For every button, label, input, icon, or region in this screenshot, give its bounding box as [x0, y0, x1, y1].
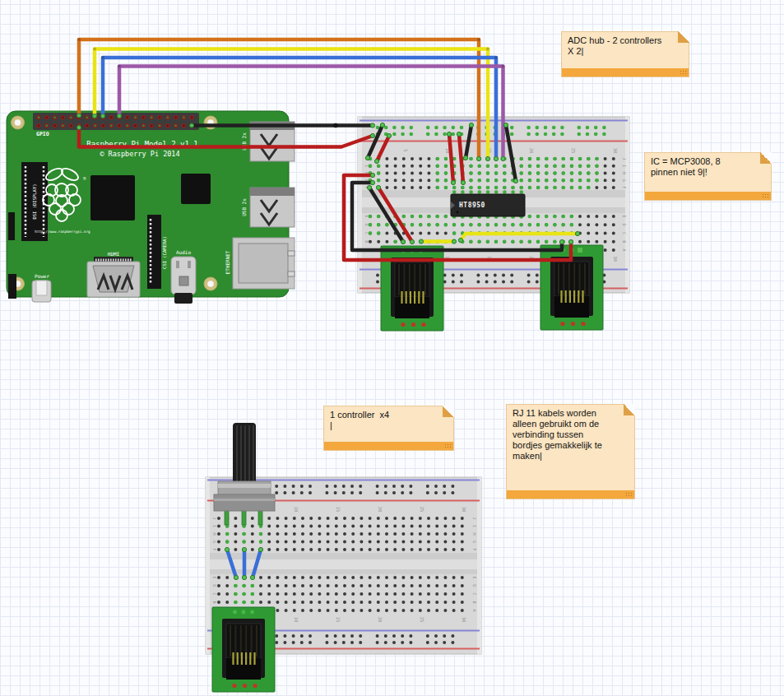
usb-label: USB 2x — [241, 198, 247, 216]
note-text[interactable]: ADC hub - 2 controllers X 2| — [562, 32, 689, 58]
row-label: F — [472, 548, 477, 550]
pot-body-highlight — [218, 484, 271, 488]
mounting-hole-center — [15, 119, 21, 126]
audio-pin — [176, 261, 179, 268]
sticky-note-rj11[interactable]: RJ 11 kabels worden alleen gebruikt om d… — [506, 404, 635, 499]
row-label: E — [212, 576, 217, 578]
row-label: I — [472, 525, 477, 527]
row-label: H — [472, 532, 477, 535]
column-label: 30 — [613, 256, 618, 262]
row-label: B — [364, 240, 369, 243]
rj11-module-3[interactable] — [212, 607, 275, 692]
wire-bead — [333, 123, 338, 128]
diagram-scene: GPIO Raspberry Pi Model 2 v1.1 © Raspber… — [0, 0, 784, 696]
column-label: 5 — [403, 149, 408, 151]
soc-chip — [90, 175, 135, 220]
resize-grip-icon[interactable] — [680, 70, 687, 75]
column-label: 20 — [529, 148, 534, 154]
row-label: I — [364, 165, 369, 167]
row-label: B — [472, 601, 477, 603]
note-title-bar[interactable] — [324, 442, 453, 450]
breadboard-edge — [206, 477, 210, 654]
power-inner — [36, 281, 47, 295]
note-title-bar[interactable] — [507, 490, 634, 499]
sticky-note-adc-hub[interactable]: ADC hub - 2 controllers X 2| — [561, 31, 689, 77]
pi-url-label: http://www.raspberrypi.org — [35, 230, 90, 234]
note-fold-icon — [443, 406, 454, 417]
column-label: 30 — [613, 148, 618, 154]
rj11-solder-pad — [578, 248, 582, 253]
raspberry-pi-board[interactable]: GPIO Raspberry Pi Model 2 v1.1 © Raspber… — [7, 111, 295, 304]
mounting-hole-center — [207, 281, 214, 287]
column-label: 30 — [462, 507, 466, 513]
note-fold-icon — [678, 31, 689, 43]
note-text[interactable]: RJ 11 kabels worden alleen gebruikt om d… — [507, 405, 634, 463]
row-label: H — [622, 172, 627, 174]
row-label: B — [212, 601, 217, 603]
hdmi-label: HDMI — [108, 251, 120, 257]
usb-port-top — [250, 188, 295, 196]
row-label: G — [622, 179, 627, 182]
memory-chip — [181, 174, 211, 204]
ic-chip[interactable]: HT8950 — [451, 193, 525, 217]
note-title-bar[interactable] — [645, 192, 771, 200]
column-label: 30 — [462, 617, 466, 623]
column-label: 15 — [336, 617, 341, 623]
dsi-label: DSI (DISPLAY) — [32, 183, 37, 219]
row-label: C — [472, 592, 477, 595]
column-label: 20 — [378, 507, 383, 513]
gpio-label: GPIO — [36, 131, 49, 137]
note-fold-icon — [624, 404, 635, 415]
pi-copyright-label: © Raspberry Pi 2014 — [100, 150, 179, 158]
resize-grip-icon[interactable] — [625, 492, 633, 497]
edge-component — [8, 212, 15, 240]
column-label: 20 — [378, 617, 383, 623]
row-label: I — [622, 165, 627, 167]
column-label: 25 — [420, 507, 424, 513]
ethernet-clip — [288, 251, 295, 256]
sticky-note-controller[interactable]: 1 controller x4 | — [323, 406, 454, 451]
registered-mark: ® — [83, 175, 86, 181]
ethernet-inner — [239, 244, 288, 283]
row-label: E — [364, 215, 369, 217]
note-text[interactable]: IC = MCP3008, 8 pinnen niet 9|! — [645, 153, 771, 179]
row-label: A — [622, 248, 627, 251]
audio-jack — [171, 257, 196, 295]
row-label: E — [472, 576, 477, 578]
center-gap-inner — [210, 559, 477, 569]
row-label: C — [622, 232, 627, 234]
row-label: J — [472, 517, 477, 519]
row-label: D — [472, 584, 477, 587]
potentiometer[interactable] — [214, 423, 275, 525]
column-label: 25 — [571, 148, 576, 154]
breadboard-edge — [358, 117, 362, 293]
row-label: F — [212, 548, 217, 550]
csi-label: CSI (CAMERA) — [162, 236, 167, 269]
ic-pin1-dot — [457, 211, 459, 214]
edge-component — [8, 274, 16, 299]
fritzing-canvas[interactable]: GPIO Raspberry Pi Model 2 v1.1 © Raspber… — [0, 0, 784, 696]
row-label: D — [212, 584, 217, 587]
row-label: F — [622, 186, 627, 188]
note-title-bar[interactable] — [562, 68, 689, 77]
column-label: 15 — [336, 507, 341, 513]
breadboard-edge — [625, 117, 629, 293]
ethernet-clip — [288, 271, 295, 276]
row-label: J — [212, 517, 217, 519]
column-label: 10 — [294, 507, 299, 513]
row-label: H — [212, 532, 217, 535]
column-label: 10 — [294, 617, 299, 623]
pot-flange — [214, 494, 275, 511]
gpio-header[interactable] — [33, 113, 199, 130]
note-text[interactable]: 1 controller x4 | — [324, 406, 453, 433]
note-fold-icon — [760, 152, 772, 164]
row-label: J — [622, 157, 627, 160]
resize-grip-icon[interactable] — [762, 193, 769, 198]
audio-center — [179, 276, 188, 285]
ic-label: HT8950 — [459, 202, 485, 209]
row-label: C — [212, 592, 217, 595]
sticky-note-ic[interactable]: IC = MCP3008, 8 pinnen niet 9|! — [644, 152, 772, 201]
row-label: I — [212, 525, 217, 527]
resize-grip-icon[interactable] — [444, 443, 452, 448]
csi-connector — [147, 215, 161, 289]
